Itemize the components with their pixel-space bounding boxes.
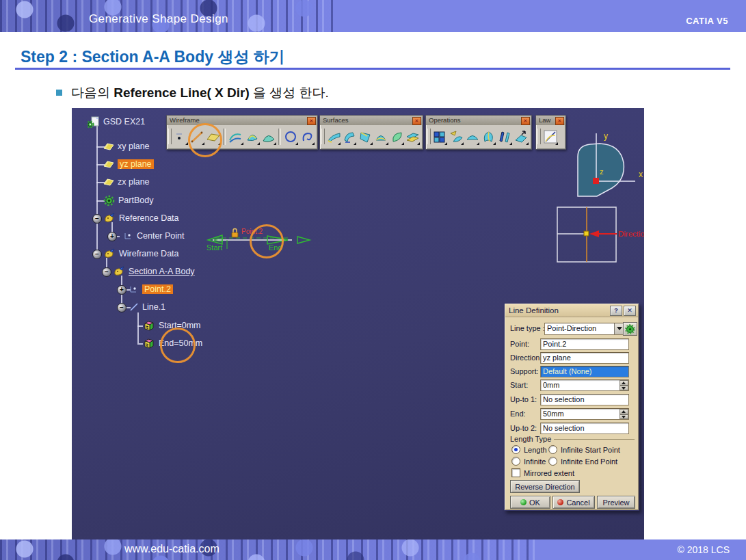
radio-infinite[interactable]: Infinite (511, 457, 546, 466)
line-type-label: Line type : (510, 324, 545, 332)
open-body-icon (103, 248, 116, 259)
close-icon[interactable]: ✕ (412, 117, 421, 125)
direction-field[interactable]: yz plane (540, 352, 629, 364)
tree-expand-handle[interactable]: + (107, 232, 117, 241)
start-spinner[interactable] (620, 380, 628, 390)
catia-viewport[interactable]: − + − − + − GSD EX21 xy plane (72, 108, 644, 539)
point-label: Point: (510, 340, 529, 348)
tree-item-section-aa-body[interactable]: Section A-A Body (113, 265, 195, 278)
fill-icon[interactable] (389, 128, 405, 146)
spinner-up-icon[interactable] (620, 380, 628, 386)
sweep-icon[interactable] (373, 128, 389, 146)
toolbar-grip[interactable] (321, 129, 325, 144)
line-type-value: Point-Direction (547, 324, 596, 332)
spinner-down-icon[interactable] (620, 414, 628, 420)
toolbar-law[interactable]: Law ✕ (535, 115, 566, 150)
compass[interactable]: y x z (557, 125, 644, 207)
tree-item-line1[interactable]: Line.1 (129, 301, 165, 313)
radio-infinite-end-point[interactable]: Infinite End Point (548, 457, 617, 466)
projection-icon[interactable] (227, 128, 243, 146)
reflect-line-icon[interactable] (261, 128, 277, 146)
combine-icon[interactable] (244, 128, 261, 146)
bullet-row: 다음의 Reference Line( X Dir) 을 생성 한다. (56, 84, 329, 102)
radio-icon[interactable] (548, 445, 557, 454)
end-value: 50mm (543, 410, 564, 418)
toolbar-grip[interactable] (537, 129, 541, 144)
radio-icon[interactable] (548, 457, 557, 466)
tree-item-xy-plane[interactable]: xy plane (103, 140, 150, 152)
split-icon[interactable] (448, 128, 464, 146)
radio-icon[interactable] (511, 457, 520, 466)
start-field[interactable]: 0mm (540, 379, 629, 391)
tree-collapse-handle[interactable]: − (92, 214, 102, 224)
tree-expand-handle[interactable]: + (117, 285, 126, 295)
tree-collapse-handle[interactable]: − (92, 250, 102, 259)
close-icon[interactable]: ✕ (624, 306, 636, 316)
radio-infinite-start-point[interactable]: Infinite Start Point (548, 445, 620, 454)
radio-length[interactable]: Length (511, 445, 547, 454)
toolbar-grip[interactable] (427, 129, 431, 144)
toolbar-titlebar[interactable]: Law ✕ (536, 116, 565, 125)
help-icon[interactable]: ? (610, 306, 622, 316)
tree-collapse-handle[interactable]: − (117, 303, 126, 312)
tree-item-partbody[interactable]: PartBody (103, 194, 153, 206)
close-icon[interactable]: ✕ (307, 117, 316, 125)
extrude-icon[interactable] (325, 128, 341, 146)
tree-collapse-handle[interactable]: − (102, 267, 111, 277)
extrapolate-icon[interactable] (513, 128, 529, 146)
tree-item-label: Reference Data (119, 213, 179, 223)
point-icon[interactable] (172, 128, 189, 146)
line-type-select[interactable]: Point-Direction (544, 323, 625, 335)
radio-selected-icon[interactable] (511, 445, 520, 454)
dialog-title: Line Definition (509, 306, 559, 315)
upto1-field[interactable]: No selection (540, 394, 629, 405)
circle-icon[interactable] (282, 128, 299, 146)
tree-item-wireframe-data[interactable]: Wireframe Data (103, 248, 179, 260)
law-icon[interactable] (542, 128, 559, 146)
tree-item-root[interactable]: GSD EX21 (87, 116, 145, 128)
spinner-down-icon[interactable] (620, 386, 628, 391)
plane-icon (103, 176, 114, 187)
tree-item-yz-plane[interactable]: yz plane (103, 158, 154, 170)
symmetry-icon[interactable] (496, 128, 513, 146)
helix-icon[interactable] (299, 128, 315, 146)
end-field[interactable]: 50mm (540, 408, 629, 420)
offset-icon[interactable] (405, 128, 421, 146)
trim-icon[interactable] (464, 128, 481, 146)
join-icon[interactable] (431, 128, 448, 146)
ok-button[interactable]: OK (510, 496, 550, 509)
reverse-direction-button[interactable]: Reverse Direction (510, 480, 580, 493)
tree-item-center-point[interactable]: Center Point (124, 230, 184, 242)
tree-item-zx-plane[interactable]: zx plane (103, 176, 150, 188)
tree-item-reference-data[interactable]: Reference Data (103, 212, 179, 224)
toolbar-titlebar[interactable]: Operations ✕ (426, 116, 531, 125)
close-icon[interactable]: ✕ (521, 117, 530, 125)
toolbar-titlebar[interactable]: Surfaces ✕ (320, 116, 423, 125)
toolbar-surfaces[interactable]: Surfaces ✕ (319, 115, 423, 150)
upto2-field[interactable]: No selection (540, 423, 629, 434)
toolbar-grip[interactable] (168, 129, 172, 144)
bullet-icon (56, 90, 62, 96)
tree-item-label: xy plane (118, 142, 150, 151)
open-body-icon (113, 266, 125, 277)
point-icon (129, 284, 139, 294)
footer-site-link[interactable]: www.edu-catia.com (124, 543, 219, 555)
sphere-icon[interactable] (357, 128, 373, 146)
preview-button[interactable]: Preview (597, 496, 635, 509)
end-spinner[interactable] (620, 409, 628, 419)
toolbar-operations[interactable]: Operations ✕ (425, 115, 532, 150)
checkbox-icon[interactable] (511, 468, 520, 477)
cancel-button[interactable]: Cancel (552, 496, 595, 509)
axis-system-button[interactable] (623, 322, 637, 336)
spinner-up-icon[interactable] (620, 409, 628, 414)
mirrored-extent-checkbox[interactable]: Mirrored extent (511, 468, 574, 477)
revolve-icon[interactable] (341, 128, 357, 146)
support-field[interactable]: Default (None) (540, 366, 629, 377)
start-label: Start (207, 243, 222, 252)
point-field[interactable]: Point.2 (540, 338, 629, 350)
close-icon[interactable]: ✕ (555, 117, 564, 125)
boundary-icon[interactable] (480, 128, 496, 146)
toolbar-titlebar[interactable]: Wireframe ✕ (167, 116, 317, 125)
tree-item-label: PartBody (118, 196, 153, 205)
tree-item-point2[interactable]: Point.2 (129, 283, 173, 295)
